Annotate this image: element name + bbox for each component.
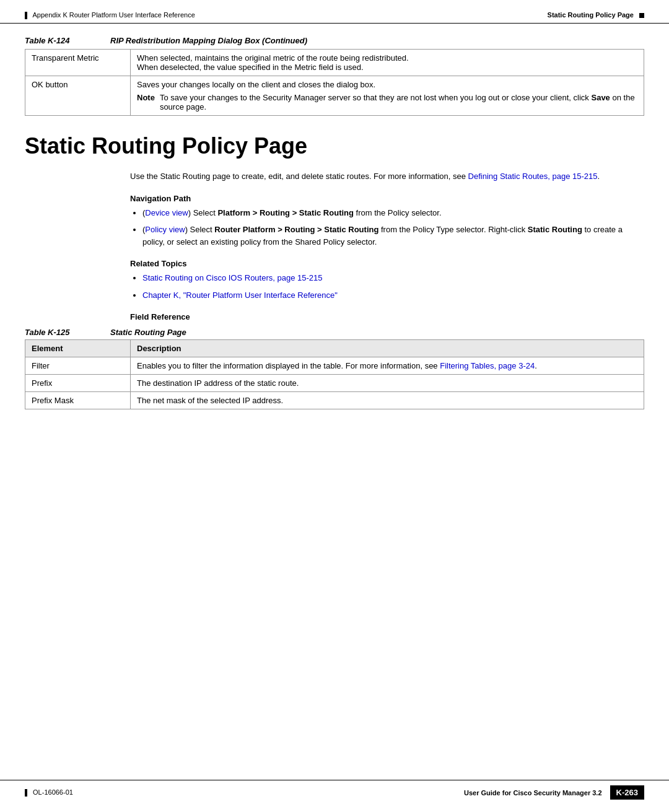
related-topics-list: Static Routing on Cisco IOS Routers, pag… bbox=[142, 272, 644, 301]
intro-link[interactable]: Defining Static Routes, page 15-215 bbox=[468, 172, 598, 181]
footer-guide-text: User Guide for Cisco Security Manager 3.… bbox=[464, 789, 602, 797]
header-right: Static Routing Policy Page bbox=[548, 11, 644, 19]
related-link-2[interactable]: Chapter K, "Router Platform User Interfa… bbox=[142, 290, 338, 300]
table-row: Transparent Metric When selected, mainta… bbox=[25, 50, 644, 76]
table-cell-field: OK button bbox=[25, 76, 131, 116]
table-row: Prefix Mask The net mask of the selected… bbox=[25, 392, 644, 409]
filter-link[interactable]: Filtering Tables, page 3-24 bbox=[440, 361, 535, 370]
table-k125-caption: Table K-125 Static Routing Page bbox=[25, 328, 644, 337]
page-header: Appendix K Router Platform User Interfac… bbox=[0, 0, 669, 24]
intro-paragraph: Use the Static Routing page to create, e… bbox=[130, 170, 644, 183]
footer-doc-number: OL-16066-01 bbox=[33, 788, 73, 796]
note-row: Note To save your changes to the Securit… bbox=[137, 93, 637, 111]
table-k124-caption: Table K-124 RIP Redistribution Mapping D… bbox=[25, 36, 644, 45]
page-footer: OL-16066-01 User Guide for Cisco Securit… bbox=[0, 780, 669, 800]
table-cell-field: Filter bbox=[25, 357, 131, 375]
table-cell-description: The destination IP address of the static… bbox=[131, 375, 644, 392]
table-row: OK button Saves your changes locally on … bbox=[25, 76, 644, 116]
related-topics-heading: Related Topics bbox=[130, 259, 644, 268]
intro-text: Use the Static Routing page to create, e… bbox=[130, 172, 466, 181]
header-square-icon bbox=[639, 13, 644, 18]
table-k124-label: Table K-124 bbox=[25, 36, 93, 45]
table-k125-label: Table K-125 bbox=[25, 328, 93, 337]
header-right-text: Static Routing Policy Page bbox=[548, 11, 634, 19]
col-header-element: Element bbox=[25, 340, 131, 357]
table-row: Prefix The destination IP address of the… bbox=[25, 375, 644, 392]
table-k124-title: RIP Redistribution Mapping Dialog Box (C… bbox=[110, 36, 307, 45]
note-text: To save your changes to the Security Man… bbox=[160, 93, 637, 111]
footer-right: User Guide for Cisco Security Manager 3.… bbox=[464, 785, 644, 800]
table-cell-description: Enables you to filter the information di… bbox=[131, 357, 644, 375]
field-reference-heading: Field Reference bbox=[130, 312, 644, 321]
col-header-description: Description bbox=[131, 340, 644, 357]
table-cell-field: Prefix bbox=[25, 375, 131, 392]
header-pipe-icon bbox=[25, 12, 27, 19]
page-number: K-263 bbox=[610, 785, 644, 800]
list-item: (Device view) Select Platform > Routing … bbox=[142, 207, 644, 219]
related-link-1[interactable]: Static Routing on Cisco IOS Routers, pag… bbox=[142, 273, 323, 282]
note-label: Note bbox=[137, 93, 155, 111]
device-view-link[interactable]: Device view bbox=[145, 208, 188, 217]
table-cell-field: Transparent Metric bbox=[25, 50, 131, 76]
policy-view-link[interactable]: Policy view bbox=[145, 225, 185, 234]
table-row: Filter Enables you to filter the informa… bbox=[25, 357, 644, 375]
list-item: (Policy view) Select Router Platform > R… bbox=[142, 224, 644, 248]
list-item: Static Routing on Cisco IOS Routers, pag… bbox=[142, 272, 644, 284]
table-header-row: Element Description bbox=[25, 340, 644, 357]
footer-left: OL-16066-01 bbox=[25, 788, 73, 797]
table-cell-description: Saves your changes locally on the client… bbox=[131, 76, 644, 116]
page-title: Static Routing Policy Page bbox=[25, 133, 644, 159]
footer-pipe-icon bbox=[25, 789, 27, 797]
table-cell-description: When selected, maintains the original me… bbox=[131, 50, 644, 76]
table-k125: Element Description Filter Enables you t… bbox=[25, 339, 644, 409]
navigation-path-heading: Navigation Path bbox=[130, 194, 644, 203]
table-cell-description: The net mask of the selected IP address. bbox=[131, 392, 644, 409]
table-k125-title: Static Routing Page bbox=[110, 328, 186, 337]
table-k124: Transparent Metric When selected, mainta… bbox=[25, 49, 644, 116]
navigation-path-list: (Device view) Select Platform > Routing … bbox=[142, 207, 644, 248]
header-left: Appendix K Router Platform User Interfac… bbox=[25, 11, 195, 19]
table-cell-field: Prefix Mask bbox=[25, 392, 131, 409]
header-left-text: Appendix K Router Platform User Interfac… bbox=[32, 11, 195, 19]
list-item: Chapter K, "Router Platform User Interfa… bbox=[142, 289, 644, 302]
main-content: Table K-124 RIP Redistribution Mapping D… bbox=[0, 24, 669, 434]
